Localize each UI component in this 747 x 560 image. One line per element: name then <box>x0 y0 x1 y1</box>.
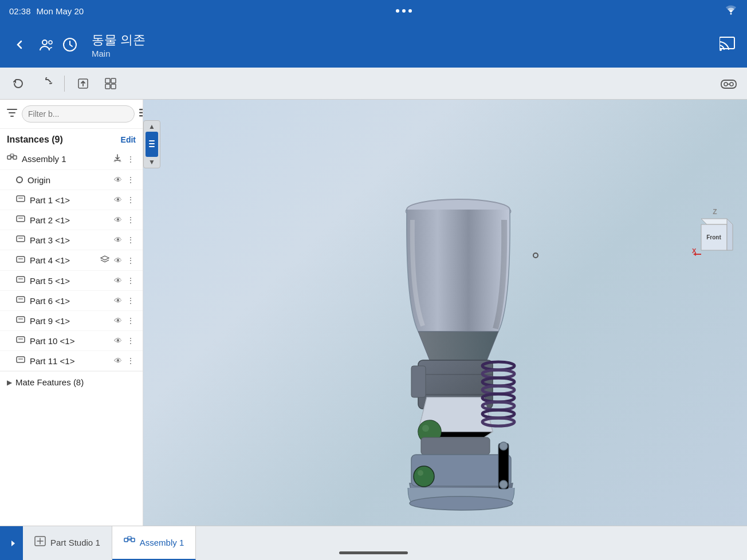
part10-visibility-icon[interactable]: 👁 <box>113 335 123 346</box>
dot3 <box>408 9 412 13</box>
part4-more-icon[interactable]: ⋮ <box>125 255 136 266</box>
svg-point-52 <box>410 496 513 510</box>
scroll-down-arrow[interactable]: ▼ <box>148 159 155 165</box>
part11-actions: 👁 ⋮ <box>113 355 136 366</box>
part9-label: Part 9 <1> <box>30 316 108 326</box>
part2-icon <box>16 215 25 225</box>
tree-item-part2[interactable]: Part 2 <1> 👁 ⋮ <box>0 210 143 230</box>
svg-point-48 <box>422 425 429 432</box>
sidebar-filter-header <box>0 100 143 129</box>
part2-visibility-icon[interactable]: 👁 <box>113 214 123 226</box>
svg-marker-62 <box>727 219 733 250</box>
grid-button[interactable] <box>99 72 122 95</box>
part6-visibility-icon[interactable]: 👁 <box>113 295 123 306</box>
vr-button[interactable] <box>717 72 740 95</box>
part4-visibility-icon[interactable]: 👁 <box>113 255 123 266</box>
svg-rect-28 <box>17 357 25 362</box>
app-title: 동물 의존 <box>92 31 710 49</box>
part2-label: Part 2 <1> <box>30 215 108 225</box>
assembly-tab-icon <box>124 536 135 549</box>
svg-rect-19 <box>10 154 14 156</box>
instances-label: Instances (9) <box>7 135 63 145</box>
tree-item-part10[interactable]: Part 10 <1> 👁 ⋮ <box>0 331 143 351</box>
part5-more-icon[interactable]: ⋮ <box>125 275 136 286</box>
tree-item-assembly1[interactable]: Assembly 1 ⋮ <box>0 148 143 170</box>
part3-more-icon[interactable]: ⋮ <box>125 234 136 246</box>
cast-icon[interactable] <box>720 35 738 55</box>
tree-item-part1[interactable]: Part 1 <1> 👁 ⋮ <box>0 190 143 210</box>
part10-more-icon[interactable]: ⋮ <box>125 335 136 346</box>
assembly1-insert-icon[interactable] <box>112 152 123 165</box>
redo-button[interactable] <box>34 72 57 95</box>
header: 동물 의존 Main <box>0 22 747 68</box>
part6-more-icon[interactable]: ⋮ <box>125 295 136 306</box>
edit-button[interactable]: Edit <box>121 135 136 144</box>
assembly1-more-icon[interactable]: ⋮ <box>125 153 136 165</box>
clock-icon <box>62 37 78 53</box>
part6-icon <box>16 295 25 306</box>
export-button[interactable] <box>72 72 95 95</box>
filter-input[interactable] <box>22 105 135 123</box>
origin-label: Origin <box>27 175 108 185</box>
tab-bar: Part Studio 1 Assembly 1 <box>0 526 747 560</box>
part2-actions: 👁 ⋮ <box>113 214 136 226</box>
origin-visibility-icon[interactable]: 👁 <box>113 174 123 186</box>
part5-visibility-icon[interactable]: 👁 <box>113 275 123 286</box>
part2-more-icon[interactable]: ⋮ <box>125 214 136 226</box>
part11-more-icon[interactable]: ⋮ <box>125 355 136 366</box>
tree-item-part5[interactable]: Part 5 <1> 👁 ⋮ <box>0 271 143 291</box>
svg-rect-30 <box>149 143 155 144</box>
part4-actions: 👁 ⋮ <box>99 254 136 266</box>
part-studio-icon <box>34 536 46 549</box>
tree-item-part9[interactable]: Part 9 <1> 👁 ⋮ <box>0 311 143 331</box>
part9-more-icon[interactable]: ⋮ <box>125 315 136 326</box>
tree-item-origin[interactable]: Origin 👁 ⋮ <box>0 170 143 190</box>
viewport[interactable]: Z Front X <box>143 100 747 526</box>
svg-point-53 <box>414 466 434 487</box>
tree-item-part11[interactable]: Part 11 <1> 👁 ⋮ <box>0 351 143 371</box>
part11-visibility-icon[interactable]: 👁 <box>113 355 123 366</box>
tree-item-part4[interactable]: Part 4 <1> 👁 ⋮ <box>0 250 143 271</box>
list-view-icon[interactable] <box>139 108 143 120</box>
wifi-status <box>724 5 738 18</box>
instances-header: Instances (9) Edit <box>0 129 143 148</box>
part1-actions: 👁 ⋮ <box>113 194 136 206</box>
origin-actions: 👁 ⋮ <box>113 174 136 186</box>
svg-text:Z: Z <box>713 208 717 216</box>
part9-visibility-icon[interactable]: 👁 <box>113 315 123 326</box>
tree-item-part3[interactable]: Part 3 <1> 👁 ⋮ <box>0 230 143 250</box>
svg-rect-20 <box>17 196 25 202</box>
assembly1-actions: ⋮ <box>112 152 136 165</box>
svg-point-57 <box>500 480 508 488</box>
svg-point-13 <box>730 82 733 86</box>
part4-layer-icon[interactable] <box>99 254 111 266</box>
part3-actions: 👁 ⋮ <box>113 234 136 246</box>
sidebar: Instances (9) Edit Assembly 1 ⋮ <box>0 100 143 526</box>
part10-label: Part 10 <1> <box>30 336 108 346</box>
view-cube[interactable]: Z Front X <box>690 208 736 254</box>
part1-visibility-icon[interactable]: 👁 <box>113 194 123 206</box>
scroll-up-arrow[interactable]: ▲ <box>148 123 155 130</box>
svg-rect-37 <box>411 366 426 397</box>
svg-rect-27 <box>17 337 25 342</box>
tab-assembly[interactable]: Assembly 1 <box>112 526 196 561</box>
part1-more-icon[interactable]: ⋮ <box>125 194 136 206</box>
svg-rect-26 <box>17 317 25 322</box>
undo-button[interactable] <box>7 72 30 95</box>
svg-rect-23 <box>17 257 25 262</box>
tab-expand-button[interactable] <box>0 526 23 561</box>
mate-features-section[interactable]: ▶ Mate Features (8) <box>0 371 143 393</box>
tree-item-part6[interactable]: Part 6 <1> 👁 ⋮ <box>0 291 143 311</box>
filter-toggle-icon[interactable] <box>7 108 17 120</box>
part11-icon <box>16 356 25 366</box>
svg-rect-8 <box>111 78 116 83</box>
svg-rect-31 <box>149 146 155 147</box>
svg-text:X: X <box>692 247 697 254</box>
part3-visibility-icon[interactable]: 👁 <box>113 234 123 246</box>
back-button[interactable] <box>9 34 30 55</box>
origin-more-icon[interactable]: ⋮ <box>125 174 136 186</box>
signal-indicators <box>396 9 412 13</box>
part1-icon <box>16 195 25 205</box>
tab-part-studio[interactable]: Part Studio 1 <box>23 526 112 561</box>
part1-label: Part 1 <1> <box>30 195 108 205</box>
